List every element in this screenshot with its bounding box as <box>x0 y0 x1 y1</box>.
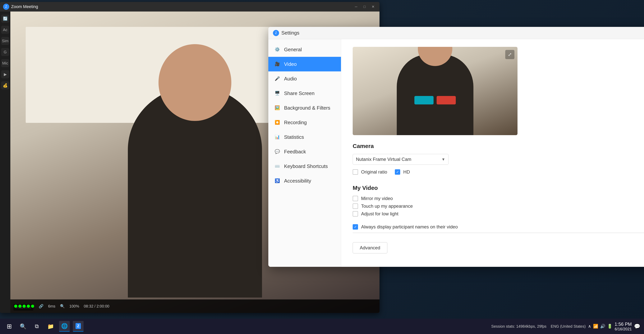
search-icon: 🔍 <box>20 323 26 329</box>
task-view-button[interactable]: ⧉ <box>32 321 42 332</box>
nav-label-accessibility: Accessibility <box>284 178 311 184</box>
zoom-window-controls: ─ □ ✕ <box>353 3 376 10</box>
nav-label-keyboard-shortcuts: Keyboard Shortcuts <box>284 163 328 169</box>
start-button[interactable]: ⊞ <box>4 321 14 332</box>
taskbar-left: ⊞ 🔍 ⧉ 📁 🌐 Z <box>4 321 84 332</box>
settings-nav: ⚙️ General 🎥 Video 🎤 Audio 🖥️ Share Scre… <box>268 39 341 267</box>
folder-icon: 📁 <box>47 323 54 329</box>
task-view-icon: ⧉ <box>35 323 39 329</box>
recording-icon: ⏺️ <box>274 119 280 126</box>
taskbar-clock[interactable]: 1:56 PM 6/16/2021 <box>615 321 632 331</box>
status-indicators <box>14 305 34 308</box>
file-explorer-button[interactable]: 📁 <box>45 321 56 332</box>
zoom-value: 100% <box>70 304 79 308</box>
sidebar-ac-icon[interactable]: Ac <box>1 26 9 34</box>
zoom-stat: 🔍 <box>60 304 65 308</box>
hd-checkbox[interactable] <box>395 169 400 175</box>
desktop: Z Zoom Meeting ─ □ ✕ 🔄 Ac Sim G Mic ▶ 💰 … <box>0 0 644 334</box>
sidebar-vlc-icon[interactable]: ▶ <box>1 70 9 78</box>
nav-item-video[interactable]: 🎥 Video <box>268 57 341 71</box>
glasses-right <box>436 96 456 104</box>
sidebar-google-icon[interactable]: G <box>1 48 9 56</box>
nav-item-accessibility[interactable]: ♿ Accessibility <box>268 174 341 188</box>
mirror-label: Mirror my video <box>361 196 393 201</box>
network-icon: 📶 <box>593 324 598 329</box>
zoom-maximize-button[interactable]: □ <box>361 3 368 10</box>
camera-dropdown-value: Nutanix Frame Virtual Cam <box>356 157 411 162</box>
touch-up-label: Touch up my appearance <box>361 204 413 209</box>
clock-date: 6/16/2021 <box>615 327 632 331</box>
camera-section-title: Camera <box>353 143 644 149</box>
dot-5 <box>31 305 34 308</box>
sidebar-sim-icon[interactable]: Sim <box>1 37 9 45</box>
settings-titlebar: Z Settings × <box>268 27 644 39</box>
settings-window: Z Settings × ⚙️ General 🎥 Video 🎤 Audio <box>268 27 644 267</box>
taskbar-right: Session stats: 14984kbps, 29fps ENG (Uni… <box>491 321 640 331</box>
zoom-window-title: Zoom Meeting <box>11 4 38 9</box>
nav-label-feedback: Feedback <box>284 149 306 155</box>
touch-up-checkbox[interactable] <box>353 204 358 209</box>
nav-item-recording[interactable]: ⏺️ Recording <box>268 115 341 130</box>
timer-value: 08:32 / 2:00:00 <box>84 304 109 308</box>
original-ratio-checkbox[interactable] <box>353 169 358 175</box>
touch-up-row: Touch up my appearance <box>353 204 644 209</box>
speaker-icon[interactable]: 🔊 <box>600 324 605 329</box>
my-video-section: My Video Mirror my video Touch up my app… <box>353 185 644 217</box>
search-button[interactable]: 🔍 <box>18 321 28 332</box>
nav-label-share-screen: Share Screen <box>284 90 314 96</box>
zoom-close-button[interactable]: ✕ <box>370 3 376 10</box>
nav-item-keyboard-shortcuts[interactable]: ⌨️ Keyboard Shortcuts <box>268 159 341 174</box>
general-icon: ⚙️ <box>274 46 280 53</box>
chrome-icon: 🌐 <box>61 323 68 329</box>
sidebar-mic-icon[interactable]: Mic <box>1 59 9 67</box>
camera-expand-icon[interactable]: ⤢ <box>505 50 514 59</box>
accessibility-icon: ♿ <box>274 177 280 184</box>
nav-item-feedback[interactable]: 💬 Feedback <box>268 144 341 159</box>
camera-dropdown[interactable]: Nutanix Frame Virtual Cam ▼ <box>353 154 448 165</box>
camera-options: Original ratio HD <box>353 169 644 177</box>
hd-label: HD <box>403 169 410 175</box>
clock-time: 1:56 PM <box>615 321 632 327</box>
nav-label-statistics: Statistics <box>284 134 304 140</box>
always-display-label: Always display participant names on thei… <box>361 224 458 230</box>
nav-item-background[interactable]: 🖼️ Background & Filters <box>268 101 341 115</box>
separator <box>353 233 644 233</box>
notifications-icon[interactable]: 💬 <box>634 323 640 329</box>
nav-label-audio: Audio <box>284 76 297 82</box>
zoom-sidebar: 🔄 Ac Sim G Mic ▶ 💰 <box>0 12 10 313</box>
zoom-taskbar-icon: Z <box>76 323 81 329</box>
nav-item-audio[interactable]: 🎤 Audio <box>268 71 341 86</box>
original-ratio-row: Original ratio <box>353 169 387 175</box>
zoom-taskbar-button[interactable]: Z <box>73 321 84 332</box>
nav-label-video: Video <box>284 61 297 67</box>
nav-label-background: Background & Filters <box>284 105 330 111</box>
tray-arrow-icon[interactable]: ∧ <box>588 324 591 329</box>
advanced-button[interactable]: Advanced <box>353 242 387 253</box>
sidebar-cost-icon[interactable]: 💰 <box>1 81 9 89</box>
zoom-bottom-bar: 🔗 6ms 🔍 100% 08:32 / 2:00:00 <box>10 299 380 313</box>
mirror-row: Mirror my video <box>353 196 644 201</box>
nav-item-share-screen[interactable]: 🖥️ Share Screen <box>268 86 341 101</box>
nav-item-statistics[interactable]: 📊 Statistics <box>268 130 341 144</box>
always-display-checkbox[interactable] <box>353 224 358 230</box>
low-light-row: Adjust for low light <box>353 211 644 217</box>
mirror-checkbox[interactable] <box>353 196 358 201</box>
chrome-button[interactable]: 🌐 <box>59 321 70 332</box>
ping-value: 6ms <box>48 304 56 308</box>
sidebar-recy-icon[interactable]: 🔄 <box>1 15 9 23</box>
low-light-checkbox[interactable] <box>353 211 358 217</box>
my-video-title: My Video <box>353 185 644 191</box>
nav-item-general[interactable]: ⚙️ General <box>268 42 341 57</box>
glasses-left <box>414 96 434 104</box>
dot-3 <box>22 305 26 308</box>
ping-stat: 🔗 <box>39 304 44 308</box>
statistics-icon: 📊 <box>274 134 280 140</box>
settings-body: ⚙️ General 🎥 Video 🎤 Audio 🖥️ Share Scre… <box>268 39 644 267</box>
nav-label-general: General <box>284 47 302 53</box>
original-ratio-label: Original ratio <box>361 169 387 175</box>
chevron-down-icon: ▼ <box>442 157 445 162</box>
session-stats: Session stats: 14984kbps, 29fps ENG (Uni… <box>491 324 586 329</box>
zoom-minimize-button[interactable]: ─ <box>353 3 360 10</box>
settings-zoom-icon: Z <box>273 30 279 36</box>
zoom-titlebar: Z Zoom Meeting ─ □ ✕ <box>0 2 380 12</box>
